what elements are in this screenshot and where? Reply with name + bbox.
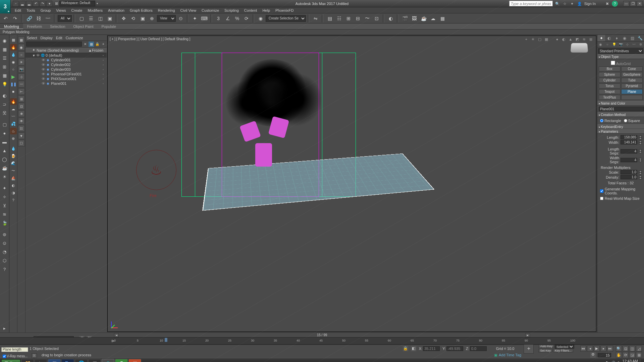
ribbon-tab-selection[interactable]: Selection <box>46 23 69 29</box>
expand-icon[interactable]: ▸ <box>1 324 9 332</box>
phx-ship-icon[interactable]: ⛵ <box>10 175 17 181</box>
frozen-cell[interactable]: ▪ <box>100 72 107 76</box>
schematic-view-icon[interactable]: ⊡ <box>372 14 381 23</box>
col-frozen[interactable]: Frozen <box>92 48 107 52</box>
frozen-cell[interactable]: ▪ <box>100 53 107 57</box>
phx-flame-icon[interactable]: 🔥 <box>10 98 17 105</box>
window-crossing-icon[interactable]: ▣ <box>105 14 114 23</box>
menu-group[interactable]: Group <box>38 8 54 12</box>
scene-menu-customize[interactable]: Customize <box>66 36 83 40</box>
undo-icon[interactable]: ↶ <box>33 1 39 7</box>
filter-cam-icon[interactable]: 📷 <box>18 66 25 73</box>
z-coord[interactable]: 0.0 <box>470 346 487 351</box>
phx-tool3-icon[interactable]: ◑ <box>10 189 17 196</box>
subscription-icon[interactable]: ☆ <box>562 1 568 6</box>
ref-coord-system[interactable]: View <box>157 15 176 22</box>
unlink-icon[interactable]: ⛓ <box>34 14 43 23</box>
ribbon-tab-populate[interactable]: Populate <box>97 23 120 29</box>
orbit-icon[interactable]: ⟳ <box>623 352 629 358</box>
cylinder-object-1[interactable] <box>255 143 272 167</box>
filter-sort-icon[interactable]: ▼ <box>18 132 25 139</box>
select-region-icon[interactable]: ◫ <box>96 14 105 23</box>
layers-vb-icon[interactable]: ☰ <box>1 54 9 62</box>
hierarchy-tab-icon[interactable]: ♦ <box>613 35 621 41</box>
exchange-icon[interactable]: ✖ <box>604 1 610 6</box>
media-player-taskbar-icon[interactable]: ▶ <box>35 359 47 362</box>
visibility-icon[interactable]: 👁 <box>41 58 46 62</box>
cylinder-tool-icon[interactable]: ▬ <box>1 138 9 146</box>
create-tab-icon[interactable]: ✦ <box>597 35 605 41</box>
goto-end-icon[interactable]: ⏭ <box>607 346 613 352</box>
phx-fire-icon[interactable]: 🔥 <box>10 44 17 51</box>
filter-none-icon[interactable]: ☐ <box>18 140 25 146</box>
scene-item[interactable]: 👁◉Cylinder001▪ <box>25 58 107 62</box>
select-object-icon[interactable]: ▢ <box>77 14 86 23</box>
phx-help-icon[interactable]: ? <box>10 197 17 203</box>
filter-bone-icon[interactable]: ⊢ <box>18 88 25 95</box>
lsegs-spinner[interactable]: 4 <box>621 149 637 154</box>
menu-tools[interactable]: Tools <box>24 8 38 12</box>
pan-icon[interactable]: ✋ <box>616 352 622 358</box>
scene-item[interactable]: 👁◉Cylinder002▪ <box>25 62 107 67</box>
menu-scripting[interactable]: Scripting <box>222 8 241 12</box>
prev-frame-icon[interactable]: ◂ <box>587 346 593 352</box>
manipulate-icon[interactable]: ✦ <box>191 14 199 23</box>
project-icon[interactable]: ▾ <box>46 1 52 7</box>
phx-beer-icon[interactable]: 🍺 <box>10 153 17 159</box>
curve-editor-icon[interactable]: 〜 <box>363 14 372 23</box>
search-icon[interactable]: 🔍 <box>555 1 560 6</box>
menu-customize[interactable]: Customize <box>199 8 222 12</box>
phx-source-icon[interactable]: ◉ <box>10 59 17 65</box>
prim-box-button[interactable]: Box <box>599 66 621 71</box>
vp-box-icon[interactable]: ▢ <box>537 36 543 42</box>
filter-light-icon[interactable]: ☀ <box>18 59 25 65</box>
restore-icon[interactable]: ❐ <box>630 1 636 6</box>
named-selection-icon[interactable]: ◉ <box>256 14 265 23</box>
phx-grid-icon[interactable]: ▦ <box>10 37 17 43</box>
help-vb-icon[interactable]: ? <box>1 265 9 273</box>
col-name[interactable]: Name (Sorted Ascending) <box>37 48 88 52</box>
systems-cat-icon[interactable]: ✲ <box>637 42 644 47</box>
filter-geo-icon[interactable]: ◉ <box>18 44 25 51</box>
misc4-icon[interactable]: ⬡ <box>1 256 9 264</box>
scene-lock-icon[interactable]: 🔒 <box>95 42 100 47</box>
pivot-center-icon[interactable]: ⊙ <box>176 14 185 23</box>
tray-flag-icon[interactable]: ⚑ <box>605 361 609 362</box>
tray-battery-icon[interactable]: ▮ <box>618 361 620 362</box>
render-icon[interactable]: ☕ <box>419 14 428 23</box>
menu-create[interactable]: Create <box>68 8 85 12</box>
realworld-checkbox[interactable] <box>600 197 603 200</box>
arrow-icon[interactable]: ✦ <box>32 48 35 52</box>
prim-pyramid-button[interactable]: Pyramid <box>621 83 643 88</box>
name-color-rollout[interactable]: Name and Color <box>597 101 644 106</box>
menu-phoenixfd[interactable]: PhoenixFD <box>273 8 296 12</box>
vp-shade5-icon[interactable]: ≋ <box>581 36 587 42</box>
misc2-icon[interactable]: ⊙ <box>1 239 9 247</box>
camtasia-taskbar-icon[interactable]: C <box>115 359 128 362</box>
keyfilters-button[interactable]: Key Filters... <box>553 349 573 352</box>
workspace-selector[interactable]: Workspace: Default <box>59 1 95 6</box>
play-icon[interactable]: ▶ <box>594 346 600 352</box>
vp-light-icon[interactable]: ☀ <box>530 36 536 42</box>
density-spinner[interactable]: 1.0 <box>621 175 637 179</box>
scene-clear-icon[interactable]: ✕ <box>83 42 88 47</box>
new-icon[interactable]: ▫ <box>13 1 19 7</box>
phx-burn-icon[interactable]: ♨ <box>10 128 17 134</box>
redo-icon[interactable]: ↷ <box>40 1 46 7</box>
keyboard-shortcut-icon[interactable]: ⌨ <box>200 14 209 23</box>
prim-tube-button[interactable]: Tube <box>621 78 643 83</box>
geometry-cat-icon[interactable]: ◉ <box>597 42 604 47</box>
3dsmax-taskbar-icon[interactable]: 3 <box>102 359 114 362</box>
ribbon-panel[interactable]: Polygon Modeling <box>0 29 644 35</box>
vray-msg-checkbox[interactable] <box>3 355 6 358</box>
save-icon[interactable]: ▂ <box>26 1 32 7</box>
filter-group-icon[interactable]: ⊞ <box>18 96 25 102</box>
torus-tool-icon[interactable]: ◯ <box>1 155 9 163</box>
stop-sim-icon[interactable]: ■ <box>10 88 17 95</box>
signin-link[interactable]: Sign In <box>584 2 596 6</box>
phx-wave-icon[interactable]: 〜 <box>10 167 17 174</box>
vp-shade3-icon[interactable]: ▲ <box>568 36 574 42</box>
help-icon[interactable]: ? <box>612 1 618 7</box>
mirror-icon[interactable]: ⇋ <box>311 14 320 23</box>
selection-filter[interactable]: All <box>58 15 72 22</box>
